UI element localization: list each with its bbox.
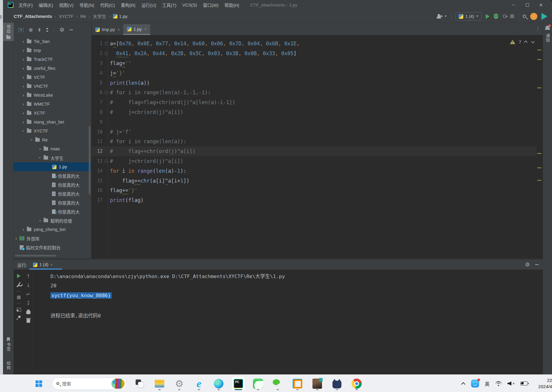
inspections-widget[interactable]: 7	[510, 39, 534, 44]
chevron-right-icon[interactable]: ›	[21, 39, 26, 44]
run-tab[interactable]: 1 (4) ×	[30, 260, 55, 270]
code-line-4[interactable]: 4j='}'	[92, 68, 537, 78]
run-configuration-select[interactable]: 1 (4)	[456, 12, 482, 21]
code-line-9[interactable]: 9	[92, 117, 537, 127]
stop-button[interactable]	[17, 296, 21, 299]
code-line-16[interactable]: 16flag+='}'	[92, 186, 537, 195]
soft-wrap-icon[interactable]: ↵	[26, 292, 30, 297]
tree-item-1.py[interactable]: ›1.py	[14, 162, 91, 171]
tree-item-Tie_San[interactable]: ›Tie_San	[14, 37, 91, 46]
tree-item-聪明的信使[interactable]: ›聪明的信使	[14, 216, 91, 225]
menu-item[interactable]: 帮助(H)	[222, 0, 242, 10]
tree-item-你是真的大[interactable]: ›你是真的大	[14, 180, 91, 189]
tree-item-你是真的大[interactable]: ›你是真的大	[14, 189, 91, 198]
down-stack-trace-icon[interactable]: ↓	[26, 283, 30, 288]
chevron-right-icon[interactable]: ›	[21, 119, 26, 124]
code-line-6[interactable]: 6# for i in range(len(a)-1,-1,-1):	[92, 88, 537, 98]
tree-item-useful_files[interactable]: ›useful_files	[14, 64, 91, 73]
tree-item-你是真的大[interactable]: ›你是真的大	[14, 198, 91, 207]
task-view-button[interactable]	[133, 376, 146, 391]
debug-button[interactable]	[494, 14, 498, 19]
cat-app-button[interactable]	[330, 376, 344, 391]
clock[interactable]: 222024/4	[533, 377, 552, 390]
locate-icon[interactable]: ⊕	[29, 27, 33, 33]
code-line-14[interactable]: 14for i in range(len(a)-1):	[92, 166, 537, 176]
tree-horizontal-scrollbar[interactable]	[15, 255, 56, 257]
tree-item-VCTF[interactable]: ›VCTF	[14, 73, 91, 82]
taskbar-search[interactable]: 搜索	[52, 378, 127, 390]
menu-item[interactable]: 重构(R)	[118, 0, 138, 10]
pycharm-taskbar-button[interactable]: PC	[232, 376, 245, 391]
run-button[interactable]	[486, 14, 490, 19]
previous-warning-icon[interactable]	[524, 41, 528, 44]
code-editor[interactable]: 1a=[0x76, 0x0E, 0x77, 0x14, 0x60, 0x06, …	[92, 35, 537, 258]
chevron-right-icon[interactable]: ›	[21, 57, 26, 62]
up-stack-trace-icon[interactable]: ↑	[26, 274, 30, 279]
update-icon[interactable]: ↑	[530, 13, 537, 20]
kebab-menu-icon[interactable]: ⋮	[536, 26, 540, 31]
tray-app-icon[interactable]	[471, 379, 479, 388]
maximize-button[interactable]	[520, 0, 534, 10]
select-opened-file-icon[interactable]	[19, 28, 23, 32]
restore-layout-icon[interactable]	[17, 308, 21, 311]
breadcrumb-item[interactable]: Re	[80, 14, 86, 19]
fold-marker-icon[interactable]	[105, 159, 108, 163]
tree-item-XYCTF[interactable]: ›XYCTF	[14, 126, 91, 135]
tree-item-WMCTF[interactable]: ›WMCTF	[14, 100, 91, 109]
tray-expand-icon[interactable]	[461, 382, 465, 386]
code-line-1[interactable]: 1a=[0x76, 0x0E, 0x77, 0x14, 0x60, 0x06, …	[92, 39, 537, 49]
internet-explorer-button[interactable]: e	[192, 376, 206, 391]
code-line-7[interactable]: 7# flag=flag+chr(ord(j)^a[len(a)-i-1])	[92, 98, 537, 107]
fold-marker-icon[interactable]	[105, 91, 108, 94]
search-icon[interactable]	[523, 15, 526, 18]
breadcrumb-file[interactable]: 1.py	[119, 14, 127, 19]
menu-item[interactable]: 窗口(W)	[200, 0, 221, 10]
stop-button[interactable]	[510, 14, 514, 18]
wallpaper-app-button[interactable]	[252, 376, 265, 391]
code-line-5[interactable]: 5print(len(a))	[92, 78, 537, 88]
tab-tmp-py[interactable]: tmp.py ×	[92, 24, 123, 35]
code-line-15[interactable]: 15 flag+=chr(a[i]^a[i+1])	[92, 176, 537, 186]
chevron-down-icon[interactable]: ›	[38, 155, 43, 160]
breadcrumb-item[interactable]: XYCTF	[59, 14, 73, 19]
code-line-11[interactable]: 11# for i in range(len(a)):	[92, 137, 537, 146]
menu-item[interactable]: 文件(F)	[16, 0, 36, 10]
tab-1-py[interactable]: 1.py ×	[123, 24, 150, 35]
tree-item-外部库[interactable]: ›外部库	[14, 234, 91, 243]
gear-icon[interactable]: ⚙	[525, 262, 530, 267]
battery-saver-icon[interactable]	[520, 382, 528, 385]
clear-all-icon[interactable]	[27, 319, 30, 323]
start-button[interactable]	[32, 376, 45, 391]
chevron-right-icon[interactable]: ›	[21, 84, 26, 89]
hide-panel-icon[interactable]	[535, 264, 539, 265]
search-highlight-image[interactable]	[111, 379, 125, 389]
error-stripe[interactable]	[537, 35, 542, 258]
gear-icon[interactable]: ⚙	[59, 27, 64, 33]
chevron-right-icon[interactable]: ›	[38, 146, 42, 151]
tree-item-miao[interactable]: ›miao	[14, 144, 91, 153]
notifications-bell-icon[interactable]	[545, 26, 550, 29]
menu-item[interactable]: 工具(T)	[159, 0, 180, 10]
sidebar-item-project[interactable]: 项目	[3, 23, 14, 41]
code-line-17[interactable]: 17print(flag)	[92, 195, 537, 205]
menu-item[interactable]: VCS(S)	[179, 0, 200, 10]
run-with-coverage-button[interactable]: C	[502, 14, 506, 19]
file-explorer-button[interactable]	[153, 376, 166, 391]
code-line-3[interactable]: 3flag=''	[92, 58, 537, 68]
settings-wrench-icon[interactable]	[16, 282, 21, 287]
console-selected-text[interactable]: xyctf{you_know_8086}	[50, 292, 112, 299]
print-icon[interactable]	[26, 311, 30, 314]
chevron-right-icon[interactable]: ›	[21, 101, 26, 107]
code-line-13[interactable]: 13# j=chr(ord(j)^a[i])	[92, 156, 537, 166]
close-icon[interactable]: ×	[118, 27, 120, 32]
chevron-right-icon[interactable]: ›	[21, 75, 26, 80]
chrome-button[interactable]	[350, 376, 363, 391]
tree-item-WestLake[interactable]: ›WestLake	[14, 91, 91, 100]
code-line-12[interactable]: 12# flag+=chr(ord(j)^a[i])	[92, 146, 537, 156]
settings-button[interactable]: ⚙	[173, 376, 186, 391]
code-line-2[interactable]: 2 0x41, 0x2A, 0x44, 0x2B, 0x5C, 0x03, 0x…	[92, 49, 537, 58]
vmware-button[interactable]	[291, 376, 304, 391]
rerun-button[interactable]	[17, 274, 21, 278]
tree-item-xiang_shan_bei[interactable]: ›xiang_shan_bei	[14, 118, 91, 126]
menu-item[interactable]: 代码(C)	[97, 0, 118, 10]
